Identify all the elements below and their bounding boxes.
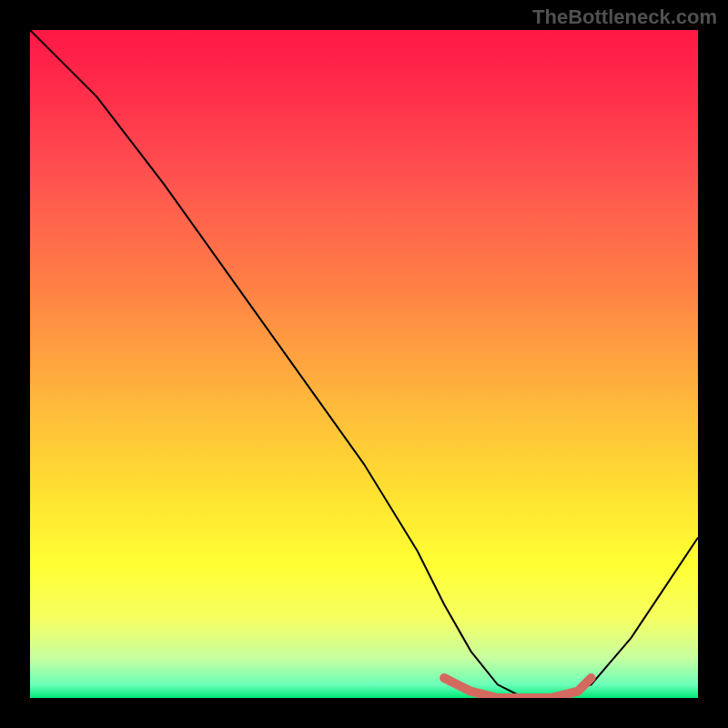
chart-plot-area <box>30 30 698 698</box>
bottleneck-curve <box>30 30 698 698</box>
chart-svg <box>30 30 698 698</box>
watermark-text: TheBottleneck.com <box>532 5 717 29</box>
optimal-range-marker <box>444 678 591 698</box>
